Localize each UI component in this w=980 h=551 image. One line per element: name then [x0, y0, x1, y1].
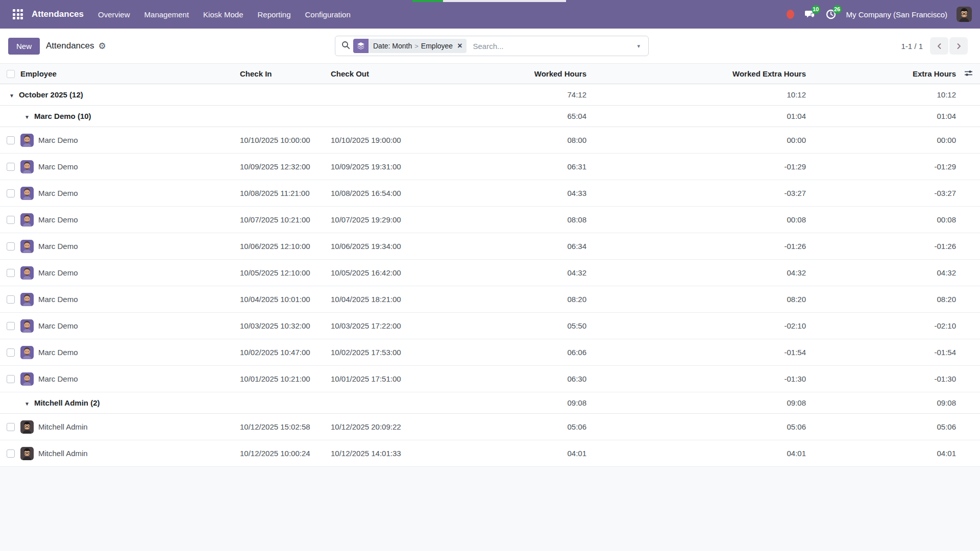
progress-track-segment [443, 0, 566, 2]
row-checkbox[interactable] [7, 189, 15, 197]
menu-item-kiosk-mode[interactable]: Kiosk Mode [203, 10, 243, 19]
optional-columns-icon[interactable] [964, 69, 980, 79]
attendance-row[interactable]: Marc Demo 10/03/2025 10:32:00 10/03/2025… [0, 313, 980, 339]
column-header-worked_extra[interactable]: Worked Extra Hours [587, 64, 807, 84]
worked-extra-hours-cell: -01:30 [587, 366, 807, 392]
employee-avatar [20, 266, 34, 280]
worked-extra-hours-cell: -02:10 [587, 313, 807, 339]
worked-hours-cell: 05:50 [433, 313, 587, 339]
attendance-row[interactable]: Marc Demo 10/06/2025 12:10:00 10/06/2025… [0, 233, 980, 260]
group-row: ▼Mitchell Admin (2) 09:08 09:08 09:08 [0, 392, 980, 414]
extra-hours-cell: -01:26 [807, 233, 957, 260]
row-checkbox[interactable] [7, 322, 15, 330]
worked-extra-hours-cell: 08:20 [587, 286, 807, 313]
check-out-cell: 10/02/2025 17:53:00 [331, 339, 433, 366]
check-in-cell: 10/05/2025 12:10:00 [240, 260, 331, 286]
check-in-cell: 10/09/2025 12:32:00 [240, 154, 331, 180]
attendance-row[interactable]: Mitchell Admin 10/12/2025 15:02:58 10/12… [0, 414, 980, 440]
check-out-cell: 10/12/2025 14:01:33 [331, 440, 433, 467]
attendance-row[interactable]: Mitchell Admin 10/12/2025 10:00:24 10/12… [0, 440, 980, 467]
apps-grid-icon[interactable] [11, 8, 24, 21]
group-worked-extra-hours: 10:12 [587, 84, 807, 106]
extra-hours-cell: -01:30 [807, 366, 957, 392]
worked-extra-hours-cell: 04:01 [587, 440, 807, 467]
attendance-row[interactable]: Marc Demo 10/08/2025 11:21:00 10/08/2025… [0, 180, 980, 207]
worked-hours-cell: 04:32 [433, 260, 587, 286]
breadcrumb-title: Attendances [46, 41, 94, 51]
systray: 10 26 My Company (San Francisco) [787, 7, 972, 22]
gear-icon[interactable]: ⚙ [99, 42, 106, 51]
check-in-cell: 10/07/2025 10:21:00 [240, 207, 331, 233]
select-all-checkbox[interactable] [7, 70, 15, 78]
extra-hours-cell: -01:54 [807, 339, 957, 366]
attendance-row[interactable]: Marc Demo 10/09/2025 12:32:00 10/09/2025… [0, 154, 980, 180]
worked-hours-cell: 04:01 [433, 440, 587, 467]
new-button[interactable]: New [8, 38, 40, 55]
facet-close-icon[interactable]: × [457, 42, 462, 50]
menu-item-management[interactable]: Management [144, 10, 189, 19]
extra-hours-cell: 08:20 [807, 286, 957, 313]
check-in-cell: 10/10/2025 10:00:00 [240, 127, 331, 154]
row-checkbox[interactable] [7, 348, 15, 357]
employee-avatar [20, 240, 34, 253]
column-header-employee[interactable]: Employee [20, 64, 240, 84]
row-checkbox[interactable] [7, 163, 15, 171]
employee-avatar [20, 372, 34, 386]
menu-item-configuration[interactable]: Configuration [305, 10, 351, 19]
row-checkbox[interactable] [7, 242, 15, 251]
row-checkbox[interactable] [7, 269, 15, 277]
attendance-row[interactable]: Marc Demo 10/02/2025 10:47:00 10/02/2025… [0, 339, 980, 366]
row-checkbox[interactable] [7, 423, 15, 431]
user-avatar[interactable] [957, 7, 972, 22]
row-checkbox[interactable] [7, 295, 15, 304]
check-in-cell: 10/03/2025 10:32:00 [240, 313, 331, 339]
company-switcher[interactable]: My Company (San Francisco) [846, 10, 947, 19]
worked-extra-hours-cell: 00:08 [587, 207, 807, 233]
attendance-row[interactable]: Marc Demo 10/04/2025 10:01:00 10/04/2025… [0, 286, 980, 313]
worked-hours-cell: 08:08 [433, 207, 587, 233]
messages-icon[interactable]: 10 [803, 8, 816, 20]
worked-extra-hours-cell: 04:32 [587, 260, 807, 286]
attendance-row[interactable]: Marc Demo 10/05/2025 12:10:00 10/05/2025… [0, 260, 980, 286]
row-checkbox[interactable] [7, 375, 15, 383]
pager-previous-button[interactable] [930, 37, 948, 55]
employee-avatar [20, 293, 34, 306]
search-dropdown-caret-icon[interactable]: ▾ [633, 43, 644, 49]
activities-badge: 26 [833, 5, 842, 14]
group-toggle[interactable]: ▼Mitchell Admin (2) [0, 398, 100, 407]
employee-name: Marc Demo [38, 268, 78, 277]
column-header-extra[interactable]: Extra Hours [807, 64, 957, 84]
check-out-cell: 10/12/2025 20:09:22 [331, 414, 433, 440]
row-checkbox[interactable] [7, 136, 15, 144]
menu-item-overview[interactable]: Overview [98, 10, 130, 19]
employee-name: Marc Demo [38, 189, 78, 197]
attendance-row[interactable]: Marc Demo 10/10/2025 10:00:00 10/10/2025… [0, 127, 980, 154]
caret-down-icon: ▼ [24, 401, 30, 407]
group-toggle[interactable]: ▼Marc Demo (10) [0, 112, 91, 120]
employee-avatar [20, 319, 34, 333]
search-input[interactable]: Search... [473, 42, 633, 51]
app-name[interactable]: Attendances [32, 9, 84, 19]
row-checkbox[interactable] [7, 216, 15, 224]
check-in-cell: 10/01/2025 10:21:00 [240, 366, 331, 392]
group-worked-extra-hours: 09:08 [587, 392, 807, 414]
check-in-cell: 10/04/2025 10:01:00 [240, 286, 331, 313]
worked-hours-cell: 05:06 [433, 414, 587, 440]
pager-next-button[interactable] [949, 37, 968, 55]
extra-hours-cell: 05:06 [807, 414, 957, 440]
search-bar[interactable]: Date: Month > Employee × Search... ▾ [335, 36, 649, 56]
activities-icon[interactable]: 26 [825, 8, 837, 20]
employee-name: Marc Demo [38, 295, 78, 304]
search-facet-groupby[interactable]: Date: Month > Employee × [353, 39, 467, 53]
attendance-row[interactable]: Marc Demo 10/01/2025 10:21:00 10/01/2025… [0, 366, 980, 392]
column-header-check_in[interactable]: Check In [240, 64, 331, 84]
attendance-row[interactable]: Marc Demo 10/07/2025 10:21:00 10/07/2025… [0, 207, 980, 233]
menu-item-reporting[interactable]: Reporting [257, 10, 290, 19]
row-checkbox[interactable] [7, 449, 15, 458]
column-header-worked[interactable]: Worked Hours [433, 64, 587, 84]
check-out-cell: 10/07/2025 19:29:00 [331, 207, 433, 233]
record-dot-icon [787, 10, 794, 19]
group-toggle[interactable]: ▼October 2025 (12) [0, 90, 83, 99]
search-icon [341, 41, 350, 52]
column-header-check_out[interactable]: Check Out [331, 64, 433, 84]
